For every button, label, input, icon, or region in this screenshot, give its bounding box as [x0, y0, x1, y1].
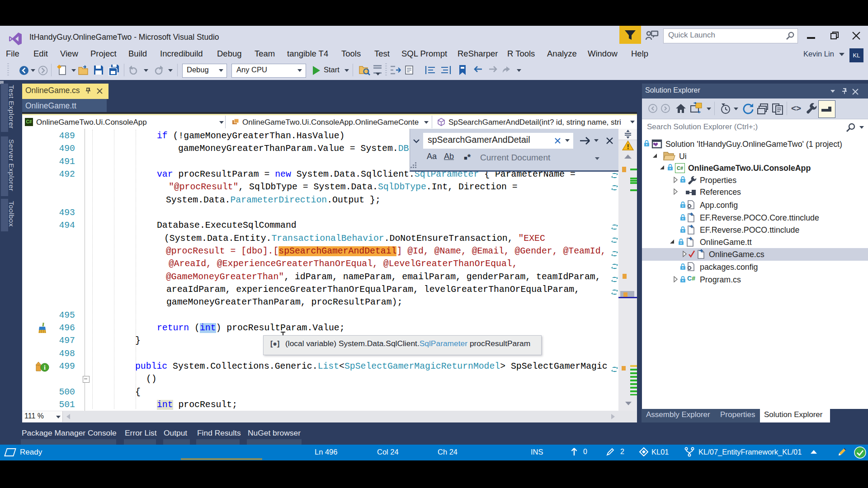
svg-text:i: i: [44, 364, 46, 371]
